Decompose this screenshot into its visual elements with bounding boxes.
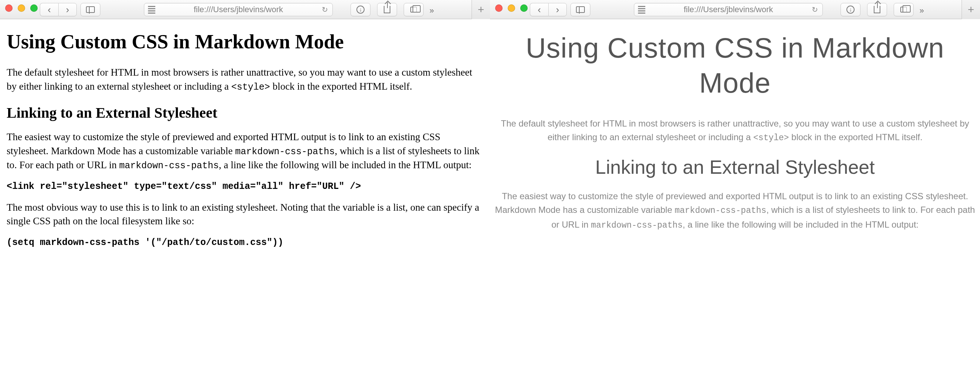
tabs-icon <box>410 6 417 13</box>
back-button[interactable]: ‹ <box>40 3 58 16</box>
inline-code: <style> <box>231 82 270 92</box>
sidebar-icon <box>86 6 95 13</box>
code-block: <link rel="stylesheet" type="text/css" m… <box>6 181 484 192</box>
content-pane-left: Using Custom CSS in Markdown Mode The de… <box>0 19 490 380</box>
inline-code: markdown-css-paths <box>235 146 335 157</box>
section-paragraph: The most obvious way to use this is to l… <box>6 201 484 229</box>
document-custom-style: Using Custom CSS in Markdown Mode The de… <box>490 19 980 232</box>
new-tab-button[interactable]: + <box>472 0 490 19</box>
section-paragraph: The easiest way to customize the style o… <box>6 130 484 172</box>
reload-icon[interactable]: ↻ <box>812 5 818 14</box>
inline-code: <style> <box>753 133 789 143</box>
chevron-left-icon: ‹ <box>48 4 51 16</box>
overflow-icon[interactable]: » <box>920 6 924 16</box>
share-button[interactable] <box>867 3 887 16</box>
zoom-icon[interactable] <box>30 5 38 12</box>
plus-icon: + <box>968 3 974 16</box>
sidebar-toggle-group <box>570 3 590 16</box>
downloads-button[interactable]: ↓ <box>350 3 371 16</box>
forward-button[interactable]: › <box>58 3 77 16</box>
page-title: Using Custom CSS in Markdown Mode <box>490 30 980 100</box>
sidebar-toggle-group <box>80 3 100 16</box>
overflow-icon[interactable]: » <box>430 6 434 16</box>
forward-button[interactable]: › <box>548 3 567 16</box>
reader-icon[interactable] <box>638 6 645 14</box>
chevron-right-icon: › <box>556 4 559 16</box>
reader-icon[interactable] <box>148 6 155 14</box>
tabs-group <box>404 3 423 16</box>
address-bar[interactable]: file:///Users/jblevins/work ↻ <box>634 3 823 16</box>
inline-code: markdown-css-paths <box>591 221 682 230</box>
address-bar[interactable]: file:///Users/jblevins/work ↻ <box>144 3 333 16</box>
tabs-button[interactable] <box>404 3 423 16</box>
intro-paragraph: The default stylesheet for HTML in most … <box>495 116 975 145</box>
window-toolbar-right: ‹ › file:///Users/jblevins/work ↻ ↓ » + <box>490 0 980 19</box>
tabs-group <box>894 3 913 16</box>
share-group <box>377 3 397 16</box>
url-text: file:///Users/jblevins/work <box>684 5 773 14</box>
nav-group: ‹ › <box>40 3 77 16</box>
intro-paragraph: The default stylesheet for HTML in most … <box>6 66 484 94</box>
downloads-button[interactable]: ↓ <box>840 3 861 16</box>
downloads-group: ↓ <box>350 3 371 16</box>
downloads-group: ↓ <box>840 3 861 16</box>
sidebar-button[interactable] <box>80 3 100 16</box>
minimize-icon[interactable] <box>508 5 515 12</box>
reload-icon[interactable]: ↻ <box>322 5 328 14</box>
back-button[interactable]: ‹ <box>530 3 548 16</box>
close-icon[interactable] <box>495 5 503 12</box>
inline-code: markdown-css-paths <box>119 161 219 171</box>
code-block: (setq markdown-css-paths '("/path/to/cus… <box>6 237 484 248</box>
zoom-icon[interactable] <box>520 5 528 12</box>
traffic-lights <box>5 5 38 12</box>
new-tab-button[interactable]: + <box>962 0 980 19</box>
window-toolbar-left: ‹ › file:///Users/jblevins/work ↻ ↓ » + <box>0 0 490 19</box>
chevron-right-icon: › <box>66 4 69 16</box>
minimize-icon[interactable] <box>18 5 25 12</box>
page-title: Using Custom CSS in Markdown Mode <box>6 30 484 53</box>
section-paragraph: The easiest way to customize the style o… <box>495 189 975 232</box>
section-heading: Linking to an External Stylesheet <box>490 156 980 178</box>
download-icon: ↓ <box>846 6 854 14</box>
close-icon[interactable] <box>5 5 13 12</box>
share-icon <box>384 6 390 13</box>
inline-code: markdown-css-paths <box>675 206 766 215</box>
tabs-button[interactable] <box>894 3 913 16</box>
plus-icon: + <box>478 3 484 16</box>
traffic-lights <box>495 5 528 12</box>
document-default-style: Using Custom CSS in Markdown Mode The de… <box>0 19 490 248</box>
sidebar-button[interactable] <box>570 3 590 16</box>
share-icon <box>874 6 880 13</box>
nav-group: ‹ › <box>530 3 567 16</box>
tabs-icon <box>900 6 907 13</box>
share-group <box>867 3 887 16</box>
chevron-left-icon: ‹ <box>538 4 541 16</box>
download-icon: ↓ <box>356 6 364 14</box>
url-text: file:///Users/jblevins/work <box>194 5 283 14</box>
sidebar-icon <box>576 6 585 13</box>
share-button[interactable] <box>377 3 397 16</box>
content-pane-right: Using Custom CSS in Markdown Mode The de… <box>490 19 980 380</box>
section-heading: Linking to an External Stylesheet <box>6 104 484 121</box>
